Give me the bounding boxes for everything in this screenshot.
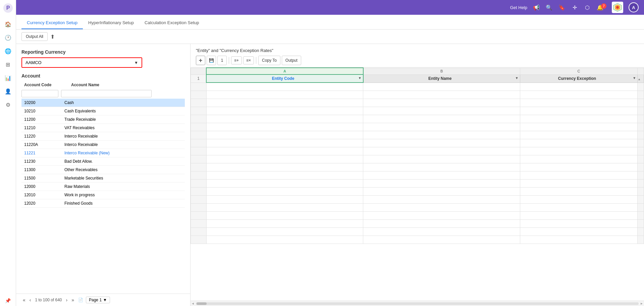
entity-code-cell[interactable] (206, 211, 363, 219)
bookmark-icon[interactable]: 🔖 (558, 4, 566, 11)
search-icon[interactable]: 🔍 (545, 4, 553, 11)
entity-name-cell[interactable] (363, 123, 520, 131)
currency-exception-cell[interactable] (520, 227, 638, 236)
entity-name-cell[interactable] (363, 155, 520, 163)
entity-code-cell[interactable] (206, 123, 363, 131)
account-row[interactable]: 10200Cash (21, 99, 185, 107)
get-help-button[interactable]: Get Help (510, 5, 527, 10)
entity-name-cell[interactable] (363, 107, 520, 115)
page-selector-button[interactable]: Page 1 ▼ (86, 297, 110, 303)
currency-exception-cell[interactable] (520, 91, 638, 99)
entity-name-cell[interactable] (363, 179, 520, 187)
account-row[interactable]: 11230Bad Debt Allow. (21, 157, 185, 166)
account-row[interactable]: 11210VAT Receivables (21, 124, 185, 132)
entity-code-cell[interactable] (206, 99, 363, 107)
entity-code-cell[interactable] (206, 107, 363, 115)
currency-exception-cell[interactable] (520, 115, 638, 123)
insert-rows-button[interactable]: ≡+ (231, 56, 242, 64)
currency-exception-cell[interactable] (520, 195, 638, 203)
scroll-right-arrow[interactable]: ► (639, 302, 644, 305)
currency-exception-cell[interactable] (520, 155, 638, 163)
col-header-currency-exception[interactable]: Currency Exception ▼ (520, 74, 638, 83)
entity-code-cell[interactable] (206, 236, 363, 244)
currency-exception-cell[interactable] (520, 179, 638, 187)
entity-name-cell[interactable] (363, 227, 520, 236)
add-row-button[interactable]: + (196, 56, 205, 65)
entity-code-cell[interactable] (206, 227, 363, 236)
account-row[interactable]: 11200Trade Receivable (21, 115, 185, 124)
entity-code-cell[interactable] (206, 203, 363, 211)
sidebar-item-chart[interactable]: 📊 (2, 72, 14, 84)
tab-calculation-exception[interactable]: Calculation Exception Setup (139, 17, 205, 29)
account-name-filter[interactable] (61, 90, 152, 97)
entity-code-cell[interactable] (206, 171, 363, 179)
currency-exception-cell[interactable] (520, 187, 638, 195)
account-row[interactable]: 11220Interco Receivable (21, 132, 185, 141)
entity-name-cell[interactable] (363, 115, 520, 123)
entity-name-cell[interactable] (363, 171, 520, 179)
entity-name-cell[interactable] (363, 163, 520, 171)
entity-name-cell[interactable] (363, 131, 520, 139)
sidebar-item-home[interactable]: 🏠 (2, 18, 14, 30)
account-row[interactable]: 11300Other Receivables (21, 166, 185, 174)
entity-name-cell[interactable] (363, 236, 520, 244)
currency-exception-cell[interactable] (520, 147, 638, 155)
currency-exception-cell[interactable] (520, 83, 638, 91)
last-page-button[interactable]: » (70, 297, 75, 303)
currency-exception-cell[interactable] (520, 131, 638, 139)
entity-code-cell[interactable] (206, 195, 363, 203)
entity-name-cell[interactable] (363, 147, 520, 155)
prev-page-button[interactable]: ‹ (28, 297, 33, 303)
account-row[interactable]: 11220AInterco Receivable (21, 141, 185, 149)
scroll-left-arrow[interactable]: ◄ (191, 302, 195, 305)
currency-exception-cell[interactable] (520, 99, 638, 107)
account-row[interactable]: 11500Marketable Securities (21, 174, 185, 183)
entity-name-cell[interactable] (363, 203, 520, 211)
account-row[interactable]: 12020Finished Goods (21, 199, 185, 208)
cube-icon[interactable]: ⬡ (584, 4, 591, 11)
delete-rows-button[interactable]: ≡× (243, 56, 254, 64)
tab-hyperinflationary[interactable]: HyperInflationary Setup (83, 17, 139, 29)
col-b-dropdown-arrow[interactable]: ▼ (515, 76, 519, 80)
entity-name-cell[interactable] (363, 91, 520, 99)
entity-code-cell[interactable] (206, 147, 363, 155)
sidebar-item-grid[interactable]: ⊞ (2, 58, 14, 70)
sidebar-item-clock[interactable]: 🕐 (2, 32, 14, 44)
currency-exception-cell[interactable] (520, 139, 638, 147)
app-logo[interactable]: P (3, 3, 13, 13)
sidebar-item-globe[interactable]: 🌐 (2, 45, 14, 57)
entity-code-cell[interactable] (206, 91, 363, 99)
entity-name-cell[interactable] (363, 195, 520, 203)
entity-name-cell[interactable] (363, 83, 520, 91)
account-row[interactable]: 10210Cash Equivalents (21, 107, 185, 115)
entity-code-cell[interactable] (206, 219, 363, 227)
currency-exception-cell[interactable] (520, 107, 638, 115)
sidebar-item-settings[interactable]: ⚙ (2, 99, 14, 111)
output-all-button[interactable]: Output All (21, 32, 48, 41)
col-header-entity-code[interactable]: Entity Code ▼ (206, 74, 363, 83)
entity-code-cell[interactable] (206, 139, 363, 147)
entity-code-cell[interactable] (206, 163, 363, 171)
row-count-button[interactable]: 1 (217, 56, 227, 65)
entity-code-cell[interactable] (206, 179, 363, 187)
entity-name-cell[interactable] (363, 139, 520, 147)
account-code-filter[interactable] (21, 90, 58, 97)
currency-exception-cell[interactable] (520, 236, 638, 244)
currency-exception-cell[interactable] (520, 123, 638, 131)
col-a-dropdown-arrow[interactable]: ▼ (358, 76, 362, 80)
currency-exception-cell[interactable] (520, 163, 638, 171)
output-button[interactable]: Output (282, 56, 301, 65)
tab-currency-exception[interactable]: Currency Exception Setup (21, 17, 83, 29)
account-row[interactable]: 12000Raw Materials (21, 183, 185, 191)
megaphone-icon[interactable]: 📢 (533, 4, 540, 11)
first-page-button[interactable]: « (21, 297, 27, 303)
entity-name-cell[interactable] (363, 187, 520, 195)
save-button[interactable]: 💾 (207, 56, 216, 65)
currency-exception-cell[interactable] (520, 219, 638, 227)
copy-to-button[interactable]: Copy To (258, 56, 280, 65)
col-c-dropdown-arrow[interactable]: ▼ (633, 76, 636, 80)
currency-exception-cell[interactable] (520, 211, 638, 219)
crosshair-icon[interactable]: ✛ (571, 4, 578, 11)
currency-exception-cell[interactable] (520, 203, 638, 211)
sidebar-pin-icon[interactable]: 📌 (5, 298, 11, 303)
